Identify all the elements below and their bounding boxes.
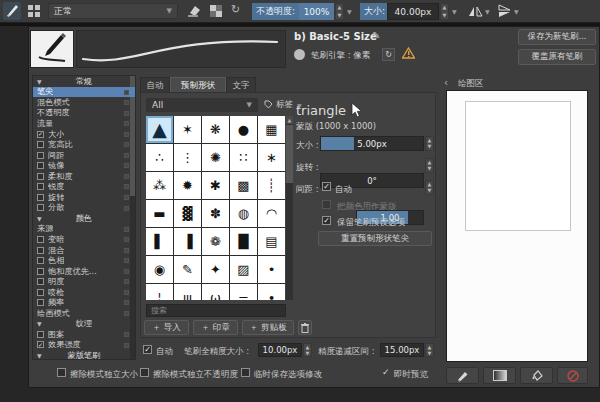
brush-tip-cell[interactable]: ∴ <box>146 144 173 171</box>
options-section-header[interactable]: ▼常规 <box>33 76 135 87</box>
scratchpad-paint-button[interactable] <box>446 367 479 384</box>
scratchpad-collapse-icon[interactable]: ‹ <box>444 77 448 88</box>
delete-tip-button[interactable] <box>298 320 312 335</box>
overwrite-brush-button[interactable]: 覆盖原有笔刷 <box>518 49 596 65</box>
option-checkbox[interactable] <box>37 299 44 306</box>
tip-size-spinner[interactable]: ▲▼ <box>425 136 434 151</box>
brush-tip-cell[interactable]: ❋ <box>202 116 229 143</box>
brush-tip-cell[interactable]: ∙ <box>258 284 285 300</box>
brush-tip-cell[interactable]: ¦ <box>146 284 173 300</box>
brush-tip-cell[interactable]: ▤ <box>258 228 285 255</box>
option-checkbox[interactable] <box>37 278 44 285</box>
option-item[interactable]: 变暗 <box>33 234 135 245</box>
save-as-new-brush-button[interactable]: 保存为新笔刷... <box>518 29 596 45</box>
option-item[interactable]: 喷枪 <box>33 287 135 298</box>
brush-tip-cell[interactable]: ❁ <box>202 228 229 255</box>
brush-tip-cell[interactable]: ✦ <box>202 256 229 283</box>
option-checkbox[interactable] <box>37 289 44 296</box>
tag-icon[interactable] <box>264 100 273 111</box>
option-item[interactable]: ✓大小 <box>33 129 135 140</box>
brush-tip-cell[interactable]: ┊ <box>258 172 285 199</box>
fade-precision-spinner[interactable]: ▲▼ <box>425 343 434 357</box>
brush-tip-cell[interactable]: ─ <box>230 284 257 300</box>
size-dropdown-icon[interactable]: ▼ <box>452 8 457 15</box>
instant-preview-check-icon[interactable]: ✓ <box>382 367 390 377</box>
brush-tip-cell[interactable]: ∗ <box>258 144 285 171</box>
option-item[interactable]: 旋转 <box>33 192 135 203</box>
temp-save-checkbox[interactable] <box>241 368 250 377</box>
option-checkbox[interactable] <box>37 257 44 264</box>
option-checkbox[interactable] <box>37 268 44 275</box>
workspace-chooser-icon[interactable] <box>28 5 41 18</box>
option-item[interactable]: 饱和度优先... <box>33 266 135 277</box>
scratchpad-fill-color-button[interactable] <box>520 367 553 384</box>
option-checkbox[interactable] <box>37 183 44 190</box>
option-item[interactable]: 频率 <box>33 297 135 308</box>
brush-tip-cell[interactable]: ▌ <box>146 228 173 255</box>
options-section-header[interactable]: ▼纹理 <box>33 319 135 330</box>
grid-scrollbar[interactable]: ▲ <box>286 116 293 300</box>
scratchpad-canvas[interactable] <box>446 90 588 362</box>
brush-tip-cell[interactable]: ▦ <box>258 116 285 143</box>
brush-tip-cell[interactable]: ◉ <box>146 256 173 283</box>
brush-tip-cell[interactable]: ω <box>202 284 229 300</box>
scratchpad-fill-gradient-button[interactable] <box>483 367 516 384</box>
option-checkbox[interactable] <box>37 204 44 211</box>
fade-precision-value[interactable]: 15.00px <box>380 343 424 357</box>
brush-tip-cell[interactable]: ψ <box>174 284 201 300</box>
reload-engine-icon[interactable]: ↻ <box>382 48 395 61</box>
tip-rotation-spinner[interactable]: ▲▼ <box>425 158 434 173</box>
option-item[interactable]: 来源 <box>33 224 135 235</box>
option-item[interactable]: 混色模式 <box>33 97 135 108</box>
tab-text[interactable]: 文字 <box>226 77 256 93</box>
krita-logo-icon[interactable] <box>3 2 21 20</box>
option-checkbox[interactable] <box>37 152 44 159</box>
option-checkbox[interactable] <box>37 194 44 201</box>
brush-tip-cell[interactable]: ◠ <box>258 200 285 227</box>
brush-tip-cell[interactable]: ▩ <box>230 172 257 199</box>
size-spinner[interactable]: ▲▼ <box>440 3 449 20</box>
option-item[interactable]: 间距 <box>33 150 135 161</box>
option-item[interactable]: 流量 <box>33 118 135 129</box>
option-item[interactable]: 笔尖 <box>33 87 135 98</box>
brush-tip-cell[interactable]: ✶ <box>174 116 201 143</box>
stamp-button[interactable]: ＋印章 <box>193 320 238 335</box>
brush-tip-cell[interactable]: ▨ <box>230 256 257 283</box>
option-item[interactable]: 明度 <box>33 276 135 287</box>
option-checkbox[interactable] <box>37 236 44 243</box>
tag-button-label[interactable]: 标签 <box>276 99 293 111</box>
brush-tip-cell[interactable]: ▬ <box>146 200 173 227</box>
precision-auto-checkbox[interactable]: ✓ <box>143 345 152 354</box>
eraser-size-checkbox[interactable] <box>57 368 66 377</box>
blend-mode-select[interactable]: 正常 ▼ <box>48 3 178 19</box>
option-item[interactable]: 不透明度 <box>33 108 135 119</box>
size-value[interactable]: 40.00px <box>387 3 439 20</box>
option-item[interactable]: 镜像 <box>33 160 135 171</box>
brush-tip-cell[interactable]: ⋮ <box>174 144 201 171</box>
brush-tip-cell[interactable]: ⁂ <box>146 172 173 199</box>
option-checkbox[interactable] <box>37 247 44 254</box>
brush-tip-cell[interactable]: ▐ <box>174 228 201 255</box>
brush-tip-cell[interactable]: ✽ <box>202 200 229 227</box>
reload-preset-icon[interactable]: ↻ <box>231 3 240 16</box>
search-input[interactable] <box>146 304 286 317</box>
tab-auto[interactable]: 自动 <box>140 77 170 93</box>
rename-preset-icon[interactable]: ✎ <box>372 30 380 41</box>
brush-tip-cell[interactable]: ● <box>230 116 257 143</box>
eraser-opacity-checkbox[interactable] <box>140 368 149 377</box>
mirror-vertical-dropdown-icon[interactable]: ▼ <box>514 8 519 15</box>
option-checkbox[interactable]: ✓ <box>37 341 44 348</box>
eraser-mode-icon[interactable] <box>186 4 201 18</box>
brush-tip-cell[interactable]: ✺ <box>202 144 229 171</box>
preserve-preset-checkbox[interactable]: ✓ <box>322 216 331 225</box>
tag-filter-select[interactable]: All ▼ <box>146 98 258 112</box>
option-checkbox[interactable] <box>37 141 44 148</box>
opacity-spinner[interactable]: ▲▼ <box>335 3 344 20</box>
brush-tip-cell[interactable]: ✹ <box>174 172 201 199</box>
full-precision-value[interactable]: 10.00px <box>258 343 302 357</box>
option-item[interactable]: 色相 <box>33 255 135 266</box>
mirror-horizontal-dropdown-icon[interactable]: ▼ <box>485 8 490 15</box>
brush-tip-cell[interactable]: ◍ <box>230 200 257 227</box>
tip-spacing-spinner[interactable]: ▲▼ <box>425 180 434 195</box>
option-item[interactable]: 锐度 <box>33 181 135 192</box>
